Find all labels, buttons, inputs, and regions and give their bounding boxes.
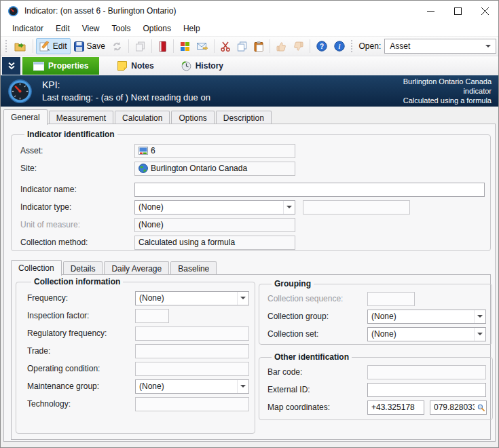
toolbar-separator	[33, 39, 33, 53]
thumbs-up-button[interactable]	[273, 38, 290, 54]
report-button[interactable]	[155, 38, 170, 54]
scissors-icon	[221, 41, 230, 52]
send-button[interactable]	[193, 38, 211, 54]
tab-options[interactable]: Options	[171, 111, 214, 124]
collection-set-dropdown[interactable]: (None)	[367, 327, 486, 341]
copy-disabled-button[interactable]	[132, 38, 149, 54]
asset-field[interactable]: 6	[134, 144, 295, 158]
clock-history-icon	[181, 61, 191, 71]
collection-information-group: Collection information Frequency: (None)…	[16, 277, 255, 434]
double-chevron-down-icon	[7, 62, 16, 70]
window-title: Indicator: (on asset 6 - Burlington Onta…	[24, 6, 176, 16]
help-button[interactable]: ?	[313, 38, 331, 54]
indicator-type-row: Indicator type: (None)	[20, 198, 485, 216]
edit-button[interactable]: Edit	[36, 38, 71, 54]
external-id-label: External ID:	[267, 385, 367, 394]
map-longitude-input[interactable]	[434, 403, 475, 412]
app-gauge-icon	[7, 5, 19, 17]
tab-properties[interactable]: Properties	[22, 57, 99, 75]
cut-button[interactable]	[217, 38, 234, 54]
tab-properties-label: Properties	[48, 61, 88, 71]
maintenance-group-row: Maintenance group: (None)	[27, 377, 249, 395]
bar-code-label: Bar code:	[267, 367, 367, 377]
toolbar-separator	[270, 39, 270, 53]
unit-of-measure-field: (None)	[134, 218, 295, 232]
indicator-type-dropdown[interactable]: (None)	[134, 200, 295, 214]
menu-options[interactable]: Options	[137, 21, 177, 36]
windows-button[interactable]	[177, 38, 193, 54]
site-field[interactable]: Burlington Ontario Canada	[134, 162, 295, 176]
chevron-down-icon	[237, 380, 248, 393]
trade-field	[135, 344, 249, 358]
tab-general[interactable]: General	[3, 109, 48, 125]
tab-notes[interactable]: Notes	[109, 57, 162, 75]
site-label: Site:	[20, 164, 134, 173]
open-combobox[interactable]: Asset	[384, 39, 496, 54]
title-bar: Indicator: (on asset 6 - Burlington Onta…	[1, 1, 498, 21]
chevron-down-icon	[283, 201, 295, 214]
collection-set-value: (None)	[371, 329, 474, 339]
toolbar-grip[interactable]	[351, 40, 354, 52]
minimize-button[interactable]	[417, 1, 444, 21]
indicator-type-value: (None)	[138, 202, 283, 212]
tab-collection[interactable]: Collection	[11, 260, 62, 276]
map-coordinates-row: Map coordinates:	[267, 398, 487, 416]
close-button[interactable]	[471, 1, 498, 21]
menu-view[interactable]: View	[76, 21, 106, 36]
tab-description[interactable]: Description	[216, 111, 272, 124]
magnifier-icon[interactable]	[477, 403, 485, 413]
menu-help[interactable]: Help	[177, 21, 206, 36]
technology-field	[135, 397, 249, 411]
collapse-button[interactable]	[2, 57, 20, 75]
asset-icon	[138, 146, 148, 155]
menu-indicator[interactable]: Indicator	[6, 21, 50, 36]
maintenance-group-dropdown[interactable]: (None)	[135, 379, 249, 394]
clipboard-paste-icon	[254, 41, 263, 52]
technology-label: Technology:	[27, 399, 135, 409]
kpi-title: KPI:	[42, 79, 210, 90]
paste-button[interactable]	[251, 38, 267, 54]
menu-tools[interactable]: Tools	[106, 21, 137, 36]
thumbs-down-button[interactable]	[290, 38, 307, 54]
toolbar-separator	[214, 39, 215, 53]
copy-button[interactable]	[234, 38, 251, 54]
unit-of-measure-row: Unit of measure: (None)	[20, 216, 485, 234]
save-floppy-icon	[74, 41, 84, 52]
map-longitude-field[interactable]	[430, 400, 487, 415]
refresh-button[interactable]	[109, 38, 126, 54]
indicator-name-input[interactable]	[134, 183, 485, 197]
tab-calculation[interactable]: Calculation	[115, 111, 170, 124]
bar-code-row: Bar code:	[267, 363, 487, 381]
grouping-group: Grouping Collection sequence: Collection…	[259, 279, 492, 345]
kpi-text: KPI: Last reading: - (as of ) Next readi…	[42, 79, 210, 102]
kpi-gauge-icon	[7, 79, 33, 104]
envelope-icon	[197, 42, 208, 51]
external-id-input[interactable]	[367, 383, 486, 397]
toolbar-separator	[173, 39, 174, 53]
tab-details[interactable]: Details	[63, 261, 103, 275]
frequency-dropdown[interactable]: (None)	[135, 291, 249, 305]
toolbar-grip[interactable]	[5, 40, 8, 52]
info-button[interactable]: i	[331, 38, 348, 54]
copy-pages-icon	[237, 41, 247, 52]
open-folder-button[interactable]	[11, 38, 30, 54]
tab-daily-average[interactable]: Daily Average	[104, 261, 169, 275]
tab-history[interactable]: History	[172, 57, 232, 75]
operating-condition-label: Operating condition:	[27, 364, 135, 373]
open-combobox-value: Asset	[390, 41, 410, 51]
asset-row: Asset: 6	[20, 142, 485, 160]
collection-method-field: Calculated using a formula	[134, 236, 295, 250]
kpi-summary: Burlington Ontario Canada indicator Calc…	[403, 77, 492, 105]
bar-code-field	[367, 365, 486, 379]
map-latitude-input[interactable]	[367, 400, 424, 415]
operating-condition-row: Operating condition:	[27, 360, 249, 377]
save-button[interactable]: Save	[71, 38, 109, 54]
kpi-method-line: Calculated using a formula	[403, 96, 492, 105]
tab-baseline[interactable]: Baseline	[170, 261, 217, 275]
maximize-button[interactable]	[444, 1, 471, 21]
window-controls	[417, 1, 498, 21]
frequency-value: (None)	[139, 293, 237, 303]
menu-edit[interactable]: Edit	[50, 21, 76, 36]
tab-measurement[interactable]: Measurement	[49, 111, 113, 124]
collection-group-dropdown[interactable]: (None)	[367, 310, 486, 324]
